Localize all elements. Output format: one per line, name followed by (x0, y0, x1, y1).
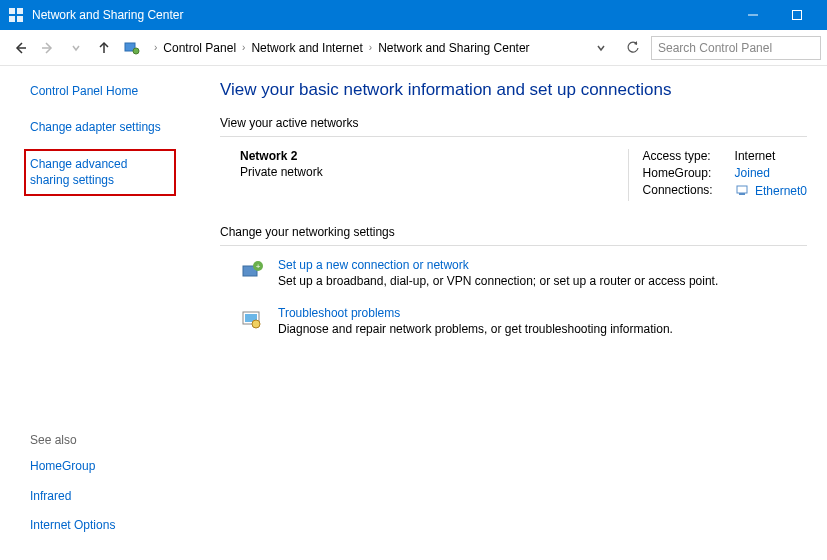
see-also-infrared-link[interactable]: Infrared (30, 489, 196, 505)
troubleshoot-item: Troubleshoot problems Diagnose and repai… (220, 306, 807, 336)
svg-rect-0 (9, 8, 15, 14)
refresh-button[interactable] (621, 36, 645, 60)
svg-point-18 (252, 320, 260, 328)
troubleshoot-link[interactable]: Troubleshoot problems (278, 306, 673, 320)
troubleshoot-desc: Diagnose and repair network problems, or… (278, 322, 673, 336)
active-network-row: Network 2 Private network Access type: I… (220, 149, 807, 201)
setup-connection-link[interactable]: Set up a new connection or network (278, 258, 718, 272)
chevron-right-icon: › (369, 42, 372, 53)
setup-connection-desc: Set up a broadband, dial-up, or VPN conn… (278, 274, 718, 288)
network-name: Network 2 (240, 149, 628, 163)
setup-connection-icon: + (240, 260, 264, 284)
change-adapter-settings-link[interactable]: Change adapter settings (30, 120, 196, 136)
ethernet-icon (735, 183, 749, 197)
recent-dropdown-icon[interactable] (62, 34, 90, 62)
chevron-right-icon: › (154, 42, 157, 53)
control-panel-home-link[interactable]: Control Panel Home (30, 84, 196, 100)
maximize-button[interactable] (775, 0, 819, 30)
setup-connection-item: + Set up a new connection or network Set… (220, 258, 807, 288)
connection-name: Ethernet0 (755, 184, 807, 198)
window-title: Network and Sharing Center (32, 8, 731, 22)
search-placeholder: Search Control Panel (658, 41, 772, 55)
svg-rect-2 (9, 16, 15, 22)
svg-rect-11 (737, 186, 747, 193)
navbar: › Control Panel › Network and Internet ›… (0, 30, 827, 66)
breadcrumb-item[interactable]: Control Panel (163, 41, 236, 55)
connection-link[interactable]: Ethernet0 (735, 183, 807, 198)
divider (220, 245, 807, 246)
chevron-right-icon: › (242, 42, 245, 53)
svg-rect-12 (739, 193, 745, 195)
titlebar: Network and Sharing Center (0, 0, 827, 30)
network-type: Private network (240, 165, 628, 179)
troubleshoot-icon (240, 308, 264, 332)
highlighted-link-box: Change advanced sharing settings (24, 149, 176, 196)
see-also-label: See also (30, 433, 196, 447)
connections-label: Connections: (643, 183, 735, 198)
breadcrumb-item[interactable]: Network and Internet (251, 41, 362, 55)
change-settings-label: Change your networking settings (220, 225, 807, 239)
active-networks-label: View your active networks (220, 116, 807, 130)
main-content: View your basic network information and … (208, 66, 827, 560)
access-type-value: Internet (735, 149, 776, 163)
svg-point-10 (133, 48, 139, 54)
breadcrumb[interactable]: › Control Panel › Network and Internet ›… (146, 41, 587, 55)
app-icon (8, 7, 24, 23)
breadcrumb-item[interactable]: Network and Sharing Center (378, 41, 529, 55)
sidebar: Control Panel Home Change adapter settin… (0, 66, 208, 560)
homegroup-link[interactable]: Joined (735, 166, 770, 180)
svg-rect-1 (17, 8, 23, 14)
location-icon (122, 38, 142, 58)
page-title: View your basic network information and … (220, 80, 807, 100)
forward-button[interactable] (34, 34, 62, 62)
see-also-internet-options-link[interactable]: Internet Options (30, 518, 196, 534)
svg-rect-3 (17, 16, 23, 22)
homegroup-label: HomeGroup: (643, 166, 735, 180)
svg-rect-5 (793, 11, 802, 20)
svg-text:+: + (256, 262, 261, 271)
change-advanced-sharing-link[interactable]: Change advanced sharing settings (30, 157, 168, 188)
see-also-homegroup-link[interactable]: HomeGroup (30, 459, 196, 475)
divider (220, 136, 807, 137)
minimize-button[interactable] (731, 0, 775, 30)
up-button[interactable] (90, 34, 118, 62)
back-button[interactable] (6, 34, 34, 62)
search-input[interactable]: Search Control Panel (651, 36, 821, 60)
breadcrumb-dropdown-icon[interactable] (587, 34, 615, 62)
access-type-label: Access type: (643, 149, 735, 163)
